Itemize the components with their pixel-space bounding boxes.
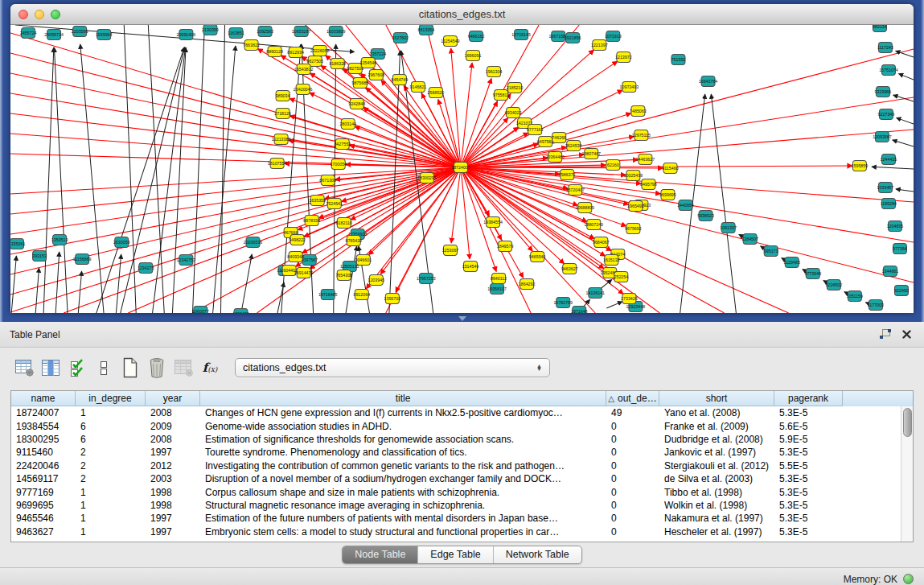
delete-table-icon[interactable] (146, 356, 168, 380)
table-cell: Estimation of significance thresholds fo… (200, 434, 606, 445)
graph-node-label: 8813054 (418, 27, 435, 32)
table-row[interactable]: 911546021997Tourette syndrome. Phenomeno… (11, 446, 913, 459)
select-rows-icon[interactable] (66, 356, 88, 380)
table-select-value: citations_edges.txt (243, 362, 536, 373)
graph-node-label: 1514549 (462, 264, 479, 269)
graph-node-label: 8912934 (287, 50, 304, 55)
table-cell: 0 (606, 487, 659, 498)
graph-node-label: 3624534 (565, 143, 582, 148)
graph-edge (290, 116, 461, 167)
network-canvas[interactable]: 2455724240557242203586193996420691406213… (10, 25, 914, 313)
table-scrollbar[interactable] (901, 406, 913, 542)
table-select-dropdown[interactable]: citations_edges.txt ▲▼ (235, 358, 550, 377)
table-cell: Structural magnetic resonance image aver… (200, 500, 606, 511)
graph-node-label: 2718126 (274, 111, 291, 116)
column-header-year[interactable]: year (146, 391, 200, 406)
tab-edge-table[interactable]: Edge Table (418, 546, 493, 563)
tab-network-table[interactable]: Network Table (494, 546, 581, 563)
graph-node-label: 16643784 (699, 79, 718, 84)
graph-node-label: 2803144 (339, 122, 356, 126)
graph-node-label: 1033457 (877, 185, 894, 190)
graph-node-label: 977364 (893, 246, 907, 251)
graph-node-label: 1254546 (359, 60, 376, 65)
graph-node-label: 1440954 (677, 203, 694, 208)
table-header-row: namein_degreeyeartitle△out_de…shortpager… (11, 391, 913, 406)
zoom-window-button[interactable] (51, 10, 60, 19)
graph-node-label: 14463627 (636, 157, 655, 162)
close-window-button[interactable] (18, 10, 28, 19)
graph-node-label: 1213972 (615, 55, 632, 60)
tab-node-table[interactable]: Node Table (343, 546, 418, 563)
function-builder-icon[interactable]: f(x) (199, 356, 221, 380)
table-cell: 5.3E-5 (774, 447, 843, 458)
citation-graph[interactable]: 2455724240557242203586193996420691406213… (10, 25, 914, 313)
table-row[interactable]: 946362711997Embryonic stem cells: a mode… (11, 525, 913, 538)
column-header-in_degree[interactable]: in_degree (76, 391, 146, 406)
table-row[interactable]: 1938455462009Genome-wide association stu… (11, 419, 913, 432)
graph-node-label: 922450 (894, 288, 909, 293)
column-header-pagerank[interactable]: pagerank (774, 391, 843, 406)
network-window-titlebar[interactable]: citations_edges.txt (10, 4, 914, 25)
graph-node-label: 9146821 (410, 84, 427, 89)
graph-node-label: 1335061 (10, 241, 25, 246)
table-cell: 0 (606, 513, 659, 524)
float-panel-icon[interactable] (877, 328, 893, 342)
table-scrollbar-thumb[interactable] (903, 408, 912, 437)
table-cell: 2009 (146, 421, 200, 432)
row-height-icon[interactable] (92, 356, 115, 380)
graph-node-label: 252254 (614, 274, 629, 279)
table-cell: 1998 (146, 487, 200, 498)
graph-node-label: 2203586 (72, 29, 88, 34)
table-row[interactable]: 946554611997Estimation of the future num… (11, 512, 913, 525)
table-cell: 1 (76, 513, 146, 524)
graph-node-label: 1344661 (882, 269, 899, 274)
graph-node-label: 16958107 (487, 286, 507, 291)
graph-edge (10, 167, 461, 312)
table-cell: 2008 (146, 407, 200, 418)
table-cell: 5.3E-5 (774, 526, 843, 538)
graph-node-label: 16914479 (294, 270, 314, 275)
graph-node-label: 1864292 (519, 282, 536, 286)
graph-node-label: 1163851 (228, 31, 244, 35)
import-table-icon[interactable] (172, 356, 195, 380)
table-row[interactable]: 969969511998Structural magnetic resonanc… (11, 499, 913, 512)
graph-node-label: 467668 (284, 230, 298, 235)
column-header-out_de[interactable]: △out_de… (606, 391, 659, 406)
column-header-name[interactable]: name (11, 391, 76, 406)
table-cell: 0 (606, 526, 659, 538)
graph-edge (606, 302, 622, 308)
graph-node-label: 12923448 (626, 304, 646, 309)
table-row[interactable]: 1872400712008Changes of HCN gene express… (11, 406, 913, 419)
graph-node-label: 1350513 (51, 237, 68, 242)
minimize-window-button[interactable] (35, 10, 44, 19)
graph-node-label: 18107554 (268, 161, 287, 166)
table-cell: 18724007 (11, 407, 76, 418)
graph-node-label: 1234275 (138, 266, 154, 270)
table-row[interactable]: 977716911998Corpus callosum shape and si… (11, 485, 913, 498)
graph-node-label: 9465546 (529, 254, 546, 259)
new-table-icon[interactable] (119, 356, 142, 380)
table-row[interactable]: 1830029562008Estimation of significance … (11, 433, 913, 446)
table-cell: 5.3E-5 (774, 473, 843, 484)
table-cell: 9115460 (11, 447, 76, 458)
graph-node-label: 18300295 (417, 175, 437, 180)
graph-node-label: 1061307 (720, 225, 737, 230)
table-settings-icon[interactable] (13, 356, 35, 380)
graph-node-label: 1961304 (486, 69, 503, 74)
column-header-title[interactable]: title (200, 391, 606, 406)
graph-node-label: 24055724 (44, 32, 64, 37)
splitter-grip[interactable] (458, 316, 466, 321)
column-header-short[interactable]: short (659, 391, 774, 406)
sort-ascending-icon: △ (608, 394, 614, 403)
column-select-icon[interactable] (39, 356, 62, 380)
graph-node-label: 8765420 (345, 238, 362, 243)
graph-node-label: 995173 (764, 249, 778, 253)
table-row[interactable]: 2242004622012Investigating the contribut… (11, 459, 913, 472)
status-bar: Memory: OK (0, 567, 924, 585)
table-cell: 19384554 (11, 421, 76, 432)
table-cell: 0 (606, 500, 659, 511)
graph-node-label: 12975115 (632, 133, 651, 138)
close-panel-icon[interactable] (898, 328, 914, 342)
graph-node-label: 1939964 (96, 32, 113, 37)
table-row[interactable]: 1456911722003Disruption of a novel membe… (11, 472, 913, 485)
